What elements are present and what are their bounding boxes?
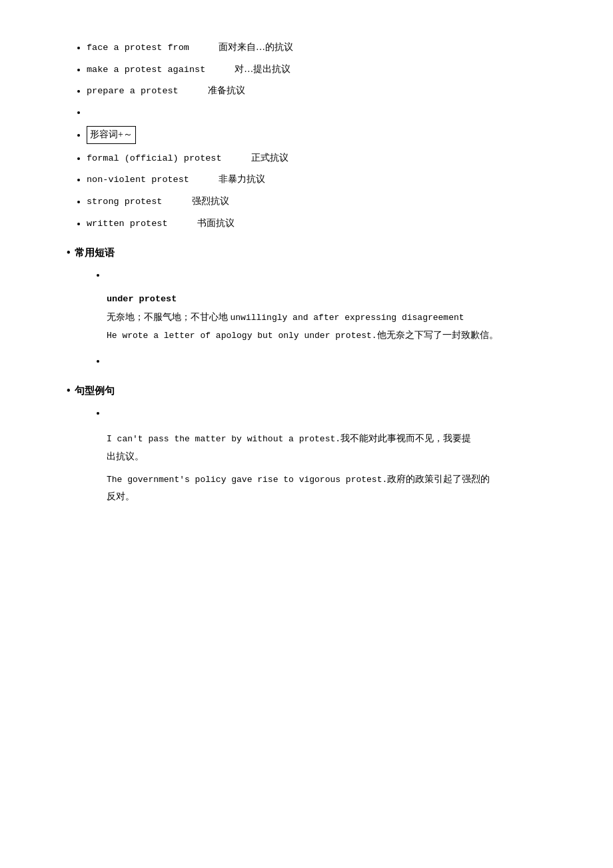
phrase-chinese: 强烈抗议 (173, 196, 229, 206)
sentence-patterns-section: 句型例句 I can't pass the matter by without … (67, 382, 560, 505)
phrase-bullet-wrapper (87, 268, 560, 283)
phrase-chinese: 正式抗议 (233, 153, 289, 163)
phrase-chinese: 对…提出抗议 (216, 64, 291, 74)
sentence-chinese-2-cont: 反对。 (107, 491, 135, 501)
phrase-english-desc: unwillingly and after expressing disagre… (231, 313, 464, 323)
sentence-chinese-1-cont: 出抗议。 (107, 451, 144, 461)
list-item: prepare a protest 准备抗议 (87, 83, 560, 99)
phrase-title: under protest (107, 292, 560, 307)
phrase-english: formal (official) protest (87, 153, 222, 163)
adjective-section: 形容词+～ formal (official) protest 正式抗议 non… (67, 126, 560, 231)
sentence-chinese-1: 我不能对此事视而不见，我要提 (340, 433, 471, 443)
common-phrases-title: 常用短语 (75, 245, 115, 261)
verb-phrase-section: face a protest from 面对来自…的抗议 make a prot… (67, 40, 560, 119)
sentence-bullet-item (107, 406, 560, 421)
phrase-english: face a protest from (87, 43, 189, 53)
phrase-chinese: 面对来自…的抗议 (200, 42, 293, 52)
phrase-english: prepare a protest (87, 86, 179, 96)
list-item: written protest 书面抗议 (87, 216, 560, 231)
phrase-english: make a protest against (87, 65, 205, 75)
phrase-chinese: 准备抗议 (189, 85, 245, 95)
sentence-bullet-wrapper (87, 406, 560, 421)
sentence-bullet-list (87, 406, 560, 421)
phrase-chinese: 非暴力抗议 (200, 174, 265, 184)
sentence-1: I can't pass the matter by without a pro… (107, 430, 560, 465)
adjective-tag: 形容词+～ (87, 126, 136, 143)
phrase-bullet-list-2 (87, 354, 560, 369)
common-phrases-header: 常用短语 (67, 244, 560, 261)
phrase-english: written protest (87, 219, 168, 229)
phrase-bullet-wrapper-2 (87, 354, 560, 369)
list-item: formal (official) protest 正式抗议 (87, 151, 560, 166)
sentence-patterns-header: 句型例句 (67, 382, 560, 399)
verb-phrase-list: face a protest from 面对来自…的抗议 make a prot… (67, 40, 560, 119)
phrase-example: He wrote a letter of apology but only un… (107, 328, 560, 343)
phrase-english: strong protest (87, 197, 162, 207)
phrase-example-chinese: 他无奈之下写了一封致歉信。 (377, 330, 498, 340)
phrase-description: 无奈地；不服气地；不甘心地 unwillingly and after expr… (107, 309, 560, 325)
adjective-list: 形容词+～ formal (official) protest 正式抗议 non… (67, 126, 560, 231)
phrase-bullet-list (87, 268, 560, 283)
list-item: face a protest from 面对来自…的抗议 (87, 40, 560, 55)
sentence-english-1: I can't pass the matter by without a pro… (107, 434, 340, 444)
sentence-patterns-title: 句型例句 (75, 383, 115, 399)
sentence-chinese-2: 政府的政策引起了强烈的 (387, 474, 490, 484)
list-item: strong protest 强烈抗议 (87, 194, 560, 209)
common-phrases-section: 常用短语 under protest 无奈地；不服气地；不甘心地 unwilli… (67, 244, 560, 369)
sentence-2: The government's policy gave rise to vig… (107, 471, 560, 505)
phrase-chinese: 书面抗议 (179, 218, 235, 228)
sentence-english-2: The government's policy gave rise to vig… (107, 475, 387, 485)
phrase-bullet-item-2 (107, 354, 560, 369)
adjective-tag-item: 形容词+～ (87, 126, 560, 143)
phrase-example-english: He wrote a letter of apology but only un… (107, 331, 377, 341)
empty-list-item (87, 105, 560, 120)
phrase-english: non-violent protest (87, 175, 189, 185)
list-item: non-violent protest 非暴力抗议 (87, 172, 560, 187)
phrase-bullet-item (107, 268, 560, 283)
list-item: make a protest against 对…提出抗议 (87, 62, 560, 77)
